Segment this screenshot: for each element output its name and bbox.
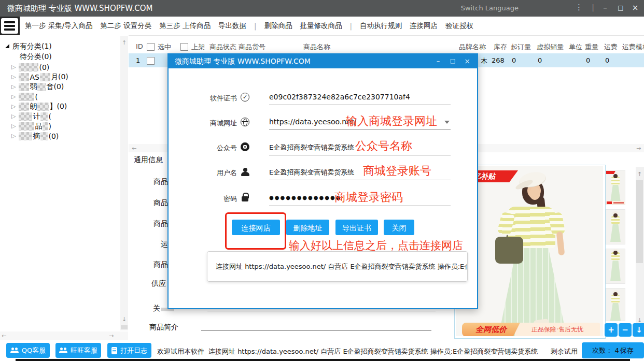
scroll-left-icon[interactable]: ← — [130, 145, 138, 152]
censored-text — [19, 93, 34, 101]
menu-item-connect-shop[interactable]: 连接网店 — [410, 21, 438, 31]
intro-input-underline[interactable] — [201, 330, 431, 331]
delete-address-button[interactable]: 删除地址 — [286, 220, 329, 235]
cert-label: 软件证书 — [180, 94, 237, 103]
red-highlight-box — [225, 212, 286, 250]
censored-text — [37, 83, 46, 91]
person-icon — [241, 167, 249, 176]
tree-item-unclassified[interactable]: 待分类(0) — [20, 52, 52, 62]
cell-virtual-sales: 0 — [538, 56, 542, 64]
tree-item[interactable]: ▷ ( — [11, 92, 38, 102]
scroll-thumb[interactable] — [121, 325, 128, 329]
official-account-label: 公众号 — [180, 143, 237, 153]
menu-item-upload[interactable]: 第三步 上传商品 — [159, 21, 211, 31]
zoom-in-button[interactable]: + — [605, 323, 618, 337]
scroll-up-icon[interactable]: ↑ — [636, 171, 643, 178]
scroll-right-icon[interactable]: → — [635, 145, 642, 152]
username-label: 用户名 — [180, 168, 237, 178]
tree-root-all-categories[interactable]: 所有分类(1) — [2, 41, 52, 51]
dialog-close-icon[interactable]: × — [460, 54, 474, 68]
thumbnail-4[interactable] — [606, 288, 625, 321]
zoom-out-button[interactable]: − — [619, 323, 632, 337]
official-account-input[interactable]: E企盈招商裂变营销卖货系统 — [269, 143, 354, 152]
guarantee-text: 正品保障·售后无忧 — [515, 323, 600, 336]
column-brand: 品牌名称 — [459, 42, 486, 52]
scroll-left-icon[interactable]: ← — [0, 333, 8, 339]
menu-item-category[interactable]: 第二步 设置分类 — [100, 21, 151, 31]
input-underline — [269, 105, 451, 105]
qq-support-button[interactable]: QQ客服 — [6, 343, 50, 358]
thumbnail-1[interactable] — [606, 170, 625, 205]
hamburger-icon[interactable] — [1, 18, 18, 34]
input-underline — [269, 155, 451, 155]
export-cert-button[interactable]: 导出证书 — [335, 220, 378, 235]
more-menu-icon[interactable]: ⋮ — [575, 3, 583, 12]
menu-item-verify-auth[interactable]: 验证授权 — [445, 21, 473, 31]
close-dialog-button[interactable]: 关闭 — [384, 220, 414, 235]
scroll-up-icon[interactable]: ↑ — [120, 39, 128, 46]
open-log-button[interactable]: 打开日志 — [107, 343, 151, 358]
tree-item-label: AS — [30, 73, 39, 81]
menu-item-auto-rules[interactable]: 自动执行规则 — [360, 21, 402, 31]
instruction-annotation: 输入好以上信息之后，点击连接网店 — [289, 238, 463, 253]
select-all-checkbox[interactable] — [147, 43, 155, 51]
tree-vertical-scrollbar[interactable]: ↑ ↓ — [120, 36, 128, 330]
dialog-title: 微商城助理 专业版 WWW.SHOPFW.COM — [175, 57, 311, 66]
menu-item-delete[interactable]: 删除商品 — [264, 21, 292, 31]
scroll-thumb[interactable] — [636, 180, 643, 263]
tree-horizontal-scrollbar[interactable]: ← → — [0, 331, 128, 340]
menu-separator: | — [254, 22, 257, 30]
promo-ribbon: 全网低价 正品保障·售后无忧 — [462, 323, 600, 336]
connection-status-box: 连接网址 https://data.yeesoo.net/ 自营店 E企盈招商裂… — [207, 251, 468, 282]
download-image-button[interactable]: ↓ — [633, 323, 644, 337]
cert-input[interactable]: e09c02f387324e82a6c7ce2307710af4 — [269, 93, 410, 101]
column-unit: 单位 — [569, 42, 582, 52]
tree-item-label: 待分类(0) — [20, 52, 52, 62]
tab-general-info[interactable]: 通用信息 — [134, 155, 163, 165]
tree-item[interactable]: ▷ 摘 (0) — [11, 131, 59, 141]
tree-item[interactable]: ▷ AS 月(0) — [11, 72, 68, 82]
trial-count-prefix: 剩余试用 — [551, 347, 578, 356]
onsale-all-checkbox[interactable] — [180, 43, 188, 51]
keyword-label-fragment: 关 — [153, 304, 160, 313]
wangwang-support-button[interactable]: 旺旺客服 — [55, 343, 101, 358]
tree-item[interactable]: ▷ 朗 】(0) — [11, 102, 67, 111]
maximize-button[interactable]: □ — [613, 0, 628, 17]
keyword-input-underline[interactable] — [207, 311, 436, 311]
switch-language-button[interactable]: Switch Language — [461, 4, 519, 12]
triangle-expanded-icon — [5, 44, 9, 48]
tree-item[interactable]: ▷ 计 ( — [11, 111, 51, 121]
dialog-title-bar: 微商城助理 专业版 WWW.SHOPFW.COM – □ × — [169, 54, 477, 68]
scroll-right-icon[interactable]: → — [107, 333, 115, 339]
thumbnail-scrollbar[interactable]: ↑ ↓ — [636, 167, 644, 331]
row-checkbox[interactable] — [147, 57, 155, 65]
menu-bar: 第一步 采集/导入商品 第二步 设置分类 第三步 上传商品 导出数据 | 删除商… — [0, 17, 644, 36]
category-tree: 所有分类(1) 待分类(0) ▷ (0) ▷ AS 月(0) ▷ 弱 音(0) … — [0, 35, 129, 331]
shop-url-input[interactable]: https://data.yeesoo.net/ — [269, 118, 356, 126]
tree-item[interactable]: ▷ 品 ) — [11, 121, 51, 131]
save-button[interactable]: 次数： 4 保存 — [582, 342, 644, 358]
connect-shop-dialog: 微商城助理 专业版 WWW.SHOPFW.COM – □ × 软件证书 ✓ e0… — [167, 53, 478, 309]
close-button[interactable]: × — [627, 0, 643, 17]
dialog-maximize-button[interactable]: □ — [446, 54, 459, 68]
dropdown-caret-icon[interactable] — [444, 121, 450, 124]
thumbnail-2[interactable] — [606, 209, 625, 244]
censored-text — [37, 103, 49, 111]
tree-item-label: (0) — [39, 63, 49, 71]
thumbnail-3[interactable] — [606, 249, 625, 284]
tree-item[interactable]: ▷ 弱 音(0) — [11, 82, 64, 92]
dialog-minimize-button[interactable]: – — [431, 54, 445, 68]
menu-item-batch-edit[interactable]: 批量修改商品 — [300, 21, 342, 31]
username-input[interactable]: E企盈招商裂变营销卖货系统 — [269, 168, 354, 177]
tree-item[interactable]: ▷ (0) — [11, 62, 49, 72]
app-title: 微商城助理 专业版 WWW.SHOPFW.COM — [7, 4, 152, 13]
minimize-button[interactable]: – — [597, 0, 613, 17]
password-label: 密码 — [180, 194, 237, 204]
censored-text — [19, 122, 34, 131]
password-input[interactable]: ●●●●●●●●●●●●● — [269, 195, 341, 200]
menu-item-export[interactable]: 导出数据 — [218, 21, 246, 31]
field-label-fragment: 供应 — [151, 279, 166, 288]
column-onsale: 上架 — [191, 42, 205, 52]
menu-item-import[interactable]: 第一步 采集/导入商品 — [25, 21, 92, 31]
scroll-down-icon[interactable]: ↓ — [120, 316, 128, 323]
